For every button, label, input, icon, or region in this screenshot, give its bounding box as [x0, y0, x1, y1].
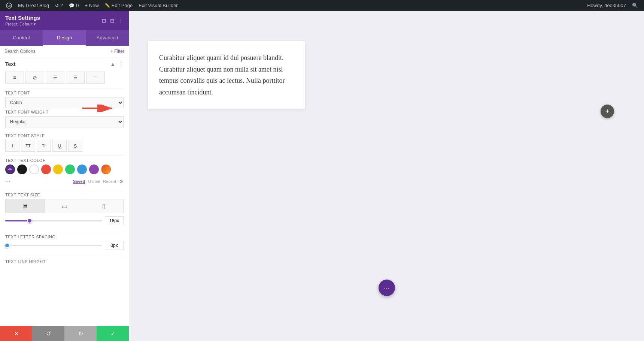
search-bar: + Filter: [0, 46, 129, 57]
panel-header-info: Text Settings Preset: Default ▾: [5, 15, 40, 27]
redo-button[interactable]: ↻: [64, 326, 97, 341]
text-font-style-group: Text Font Style I TT Tt U S: [0, 131, 129, 156]
content-text: Curabitur aliquet quam id dui posuere bl…: [159, 52, 294, 98]
color-gear-icon[interactable]: ⚙: [119, 179, 124, 184]
add-section-button[interactable]: +: [601, 105, 614, 118]
fullscreen-icon[interactable]: ⊡: [102, 18, 106, 24]
text-size-value[interactable]: 18px: [105, 216, 124, 225]
panel-header: Text Settings Preset: Default ▾ ⊡ ⊟ ⋮: [0, 11, 129, 30]
color-more-button[interactable]: ···: [5, 178, 10, 185]
letter-spacing-value[interactable]: 0px: [105, 241, 124, 250]
letter-spacing-slider[interactable]: [5, 245, 102, 246]
color-swatches: ✏: [5, 165, 124, 174]
color-white-swatch[interactable]: [29, 165, 39, 174]
device-mobile-button[interactable]: ▯: [84, 199, 123, 213]
color-yellow-swatch[interactable]: [53, 165, 63, 174]
tab-design[interactable]: Design: [43, 30, 86, 46]
revisions-item[interactable]: ↺ 2: [52, 0, 66, 11]
adminbar-right: Howdy, dee35007 🔍: [584, 0, 641, 11]
color-black-swatch[interactable]: [17, 165, 27, 174]
text-color-group: Text Text Color ✏ ··· Saved Global: [0, 156, 129, 190]
text-size-label: Text Text Size: [5, 193, 124, 197]
wp-logo[interactable]: W: [3, 0, 15, 11]
device-tablet-button[interactable]: ▭: [45, 199, 84, 213]
section-header-icons: ▲ ⋮: [110, 61, 124, 67]
bold-uppercase-button[interactable]: TT: [21, 140, 35, 152]
color-gradient-swatch[interactable]: [101, 165, 111, 174]
letter-spacing-label: Text Letter Spacing: [5, 235, 124, 239]
panel-preset[interactable]: Preset: Default ▾: [5, 22, 40, 27]
new-button[interactable]: + New: [82, 0, 102, 11]
tab-advanced[interactable]: Advanced: [86, 30, 129, 46]
color-green-swatch[interactable]: [65, 165, 75, 174]
search-options-input[interactable]: [4, 49, 107, 54]
panel-tabs: Content Design Advanced: [0, 30, 129, 46]
align-quote-button[interactable]: ": [86, 72, 105, 84]
search-admin-icon[interactable]: 🔍: [629, 0, 641, 11]
color-blue-swatch[interactable]: [77, 165, 87, 174]
exit-builder-button[interactable]: Exit Visual Builder: [136, 0, 181, 11]
columns-icon[interactable]: ⊟: [110, 18, 115, 24]
comments-item[interactable]: 💬 0: [66, 0, 82, 11]
color-red-swatch[interactable]: [41, 165, 51, 174]
color-tab-saved[interactable]: Saved: [73, 179, 85, 184]
text-size-slider[interactable]: [5, 220, 102, 221]
capitalize-button[interactable]: Tt: [37, 140, 51, 152]
color-purple-swatch[interactable]: [89, 165, 99, 174]
left-panel: Text Settings Preset: Default ▾ ⊡ ⊟ ⋮ Co…: [0, 11, 129, 341]
text-font-weight-select[interactable]: Regular: [5, 116, 124, 127]
tab-content[interactable]: Content: [0, 30, 43, 46]
text-size-slider-row: 18px: [5, 216, 124, 225]
device-desktop-button[interactable]: 🖥: [6, 199, 45, 213]
text-section-header[interactable]: Text ▲ ⋮: [0, 57, 129, 70]
save-button[interactable]: ✓: [97, 326, 129, 341]
panel-footer: ✕ ↺ ↻ ✓: [0, 326, 129, 341]
svg-text:W: W: [7, 4, 11, 8]
color-pen-swatch[interactable]: ✏: [5, 165, 15, 174]
letter-spacing-group: Text Letter Spacing 0px: [0, 232, 129, 257]
floating-menu-button[interactable]: ···: [379, 280, 395, 296]
section-title: Text: [5, 61, 16, 67]
device-size-buttons: 🖥 ▭ ▯: [5, 199, 124, 213]
color-tab-recent[interactable]: Recent: [103, 179, 116, 184]
italic-button[interactable]: I: [5, 140, 19, 152]
edit-page-button[interactable]: ✏️ Edit Page: [102, 0, 136, 11]
underline-button[interactable]: U: [52, 140, 67, 152]
alignment-group: ≡ ⊘ ☰ ☰ ": [0, 70, 129, 88]
collapse-icon[interactable]: ▲: [110, 61, 115, 67]
undo-button[interactable]: ↺: [32, 326, 64, 341]
admin-bar: W My Great Blog ↺ 2 💬 0 + New ✏️ Edit Pa…: [0, 0, 644, 11]
blog-name[interactable]: My Great Blog: [15, 0, 52, 11]
letter-spacing-slider-row: 0px: [5, 241, 124, 250]
color-row-extra: ··· Saved Global Recent ⚙: [5, 177, 124, 186]
align-link-button[interactable]: ⊘: [25, 72, 44, 84]
panel-title: Text Settings: [5, 15, 40, 21]
line-height-label: Text Line Height: [5, 259, 124, 264]
text-font-style-label: Text Font Style: [5, 133, 124, 138]
section-more-icon[interactable]: ⋮: [118, 61, 124, 67]
filter-button[interactable]: + Filter: [110, 49, 124, 54]
align-justify-button[interactable]: ☰: [66, 72, 85, 84]
color-tab-global[interactable]: Global: [88, 179, 100, 184]
strikethrough-button[interactable]: S: [68, 140, 82, 152]
font-style-buttons: I TT Tt U S: [5, 140, 124, 152]
panel-header-icons: ⊡ ⊟ ⋮: [102, 18, 124, 24]
line-height-group: Text Line Height: [0, 257, 129, 269]
cancel-button[interactable]: ✕: [0, 326, 32, 341]
text-font-label: Text Font: [5, 91, 124, 95]
align-center-button[interactable]: ≡: [5, 72, 24, 84]
text-color-label: Text Text Color: [5, 158, 124, 163]
panel-content: Text ▲ ⋮ ≡ ⊘ ☰ ☰ " Text Font Cabin: [0, 57, 129, 326]
main-layout: Text Settings Preset: Default ▾ ⊡ ⊟ ⋮ Co…: [0, 11, 644, 341]
user-greeting[interactable]: Howdy, dee35007: [584, 0, 629, 11]
more-icon[interactable]: ⋮: [118, 18, 124, 24]
content-card: Curabitur aliquet quam id dui posuere bl…: [148, 41, 305, 109]
text-size-group: Text Text Size 🖥 ▭ ▯ 18px: [0, 190, 129, 232]
align-left-button[interactable]: ☰: [46, 72, 64, 84]
content-area: Curabitur aliquet quam id dui posuere bl…: [129, 11, 644, 341]
